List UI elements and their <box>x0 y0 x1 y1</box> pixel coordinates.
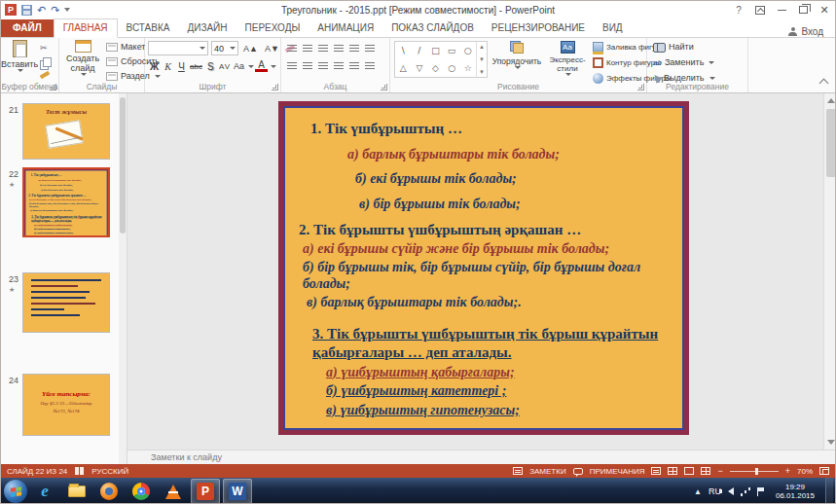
comments-toggle-icon[interactable] <box>573 468 583 475</box>
redo-icon[interactable]: ↷ <box>51 5 59 16</box>
shapes-scroll-down-icon[interactable]: ▼ <box>479 56 485 62</box>
align-left-icon[interactable] <box>285 59 299 72</box>
tab-insert[interactable]: ВСТАВКА <box>118 19 179 37</box>
shapes-scroll-up-icon[interactable]: ▲ <box>479 44 485 50</box>
copy-icon[interactable] <box>40 57 51 68</box>
zoom-percentage[interactable]: 70% <box>797 467 813 476</box>
text-direction-icon[interactable] <box>363 42 377 54</box>
font-dialog-launcher-icon[interactable] <box>272 84 278 90</box>
font-color-button[interactable]: A <box>255 60 268 72</box>
smartart-convert-icon[interactable] <box>363 59 377 72</box>
zoom-out-button[interactable]: − <box>717 467 722 475</box>
word-taskbar-button[interactable]: W <box>223 479 252 504</box>
bullets-icon[interactable] <box>285 42 299 54</box>
increase-font-size-button[interactable]: A▲ <box>242 42 259 55</box>
tab-view[interactable]: ВИД <box>594 19 632 37</box>
speaker-icon[interactable] <box>728 487 734 495</box>
paragraph-dialog-launcher-icon[interactable] <box>381 84 387 90</box>
current-slide[interactable]: 1. Тік үшбұрыштың … а) барлық бұрыштары … <box>278 101 689 435</box>
shapes-gallery[interactable]: \ / □ ▭ ○ △ ▽ ◇ ○ ☆ ▲ ▼ ▼ <box>394 41 488 78</box>
slideshow-view-button[interactable] <box>701 467 710 475</box>
numbering-icon[interactable] <box>301 42 314 54</box>
tab-design[interactable]: ДИЗАЙН <box>178 19 236 37</box>
tab-file[interactable]: ФАЙЛ <box>1 19 54 37</box>
slide-text-box[interactable]: 1. Тік үшбұрыштың … а) барлық бұрыштары … <box>283 106 684 430</box>
slide-thumbnail-24[interactable]: Үйге тапсырма: Оқу §2.3 33—35бөлімдер №1… <box>22 374 110 436</box>
ribbon-display-options-button[interactable] <box>749 1 771 18</box>
new-slide-button[interactable]: Создать слайд <box>61 40 104 85</box>
powerpoint-taskbar-button[interactable]: P <box>191 479 220 504</box>
decrease-indent-icon[interactable] <box>316 42 330 54</box>
shapes-gallery-scroll[interactable]: ▲ ▼ ▼ <box>476 42 487 77</box>
decrease-font-size-button[interactable]: A▼ <box>264 42 280 55</box>
bold-button[interactable]: Ж <box>148 59 161 73</box>
save-icon[interactable] <box>21 5 32 16</box>
vlc-taskbar-button[interactable] <box>159 479 188 504</box>
notes-toggle-label[interactable]: ЗАМЕТКИ <box>529 467 565 476</box>
tab-home[interactable]: ГЛАВНАЯ <box>54 18 118 38</box>
scroll-up-icon[interactable] <box>827 98 835 103</box>
slide-sorter-view-button[interactable] <box>668 467 677 475</box>
tab-transitions[interactable]: ПЕРЕХОДЫ <box>236 19 309 37</box>
drawing-dialog-launcher-icon[interactable] <box>637 84 644 90</box>
ie-taskbar-button[interactable]: e <box>30 479 59 504</box>
replace-button[interactable]: ab Заменить <box>653 57 714 67</box>
reading-view-button[interactable] <box>684 467 694 475</box>
collapse-ribbon-icon[interactable] <box>819 79 829 89</box>
shape-diamond-icon[interactable]: ◇ <box>432 63 439 73</box>
chrome-taskbar-button[interactable] <box>127 479 156 504</box>
comments-toggle-label[interactable]: ПРИМЕЧАНИЯ <box>590 467 645 476</box>
tab-review[interactable]: РЕЦЕНЗИРОВАНИЕ <box>483 19 594 37</box>
shape-circle-icon[interactable]: ○ <box>464 46 472 55</box>
cut-icon[interactable]: ✂ <box>40 43 48 53</box>
shape-line-icon[interactable]: \ <box>402 46 405 55</box>
tab-slideshow[interactable]: ПОКАЗ СЛАЙДОВ <box>382 19 483 37</box>
thumbnail-scrollbar-thumb[interactable] <box>120 97 126 234</box>
hidden-icons-arrow[interactable]: ▲ <box>694 487 702 496</box>
restore-button[interactable] <box>792 1 814 18</box>
shapes-gallery-more-icon[interactable]: ▼ <box>479 69 485 75</box>
zoom-slider-knob[interactable] <box>755 468 758 475</box>
increase-indent-icon[interactable] <box>332 42 345 54</box>
font-size-combobox[interactable]: 40 <box>211 41 238 55</box>
tab-animation[interactable]: АНИМАЦИЯ <box>309 19 382 37</box>
undo-icon[interactable]: ↶ <box>37 5 46 16</box>
columns-icon[interactable] <box>347 59 361 72</box>
line-spacing-icon[interactable] <box>347 42 361 54</box>
format-painter-icon[interactable] <box>40 71 51 79</box>
fit-slide-to-window-button[interactable] <box>819 467 829 475</box>
shape-star-icon[interactable]: ☆ <box>464 63 472 73</box>
character-spacing-button[interactable]: AV <box>218 59 232 73</box>
font-name-combobox[interactable] <box>148 41 208 55</box>
explorer-taskbar-button[interactable] <box>62 479 91 504</box>
strikethrough-button[interactable]: abc <box>189 59 203 73</box>
underline-button[interactable]: Ч <box>175 59 188 73</box>
align-center-icon[interactable] <box>301 59 314 72</box>
shape-square-icon[interactable]: □ <box>431 46 440 55</box>
zoom-slider[interactable] <box>730 471 779 472</box>
sign-in-button[interactable]: Вход <box>788 26 835 37</box>
slide-thumbnail-23[interactable] <box>22 272 110 333</box>
editor-scrollbar[interactable] <box>823 93 836 450</box>
shape-oval-icon[interactable]: ○ <box>448 63 455 73</box>
slide-thumbnail-22-selected[interactable]: 1. Тік үшбұрыштың … а) барлық бұрыштары … <box>22 167 110 237</box>
shape-rectangle-icon[interactable]: ▭ <box>448 46 456 55</box>
arrange-button[interactable]: Упорядочить <box>491 41 542 86</box>
spellcheck-icon[interactable] <box>75 467 84 475</box>
notes-toggle-icon[interactable] <box>513 467 523 475</box>
scroll-down-icon[interactable] <box>827 440 835 445</box>
align-right-icon[interactable] <box>316 59 330 72</box>
paste-button[interactable]: Вставить <box>4 40 35 85</box>
clock[interactable]: 19:29 06.01.2015 <box>772 483 818 501</box>
justify-icon[interactable] <box>332 59 345 72</box>
shape-triangle-icon[interactable]: △ <box>400 63 407 73</box>
language-status[interactable]: РУССКИЙ <box>91 467 128 476</box>
slide-thumbnail-21[interactable]: Тест жұмысы <box>22 103 110 160</box>
notes-pane[interactable]: Заметки к слайду <box>127 450 836 464</box>
show-desktop-button[interactable] <box>825 478 833 504</box>
editor-scrollbar-thumb[interactable] <box>826 109 836 177</box>
normal-view-button[interactable] <box>651 467 661 475</box>
start-button[interactable] <box>4 480 27 503</box>
slide-number-status[interactable]: СЛАЙД 22 ИЗ 24 <box>7 467 67 476</box>
clipboard-dialog-launcher-icon[interactable] <box>50 84 56 90</box>
